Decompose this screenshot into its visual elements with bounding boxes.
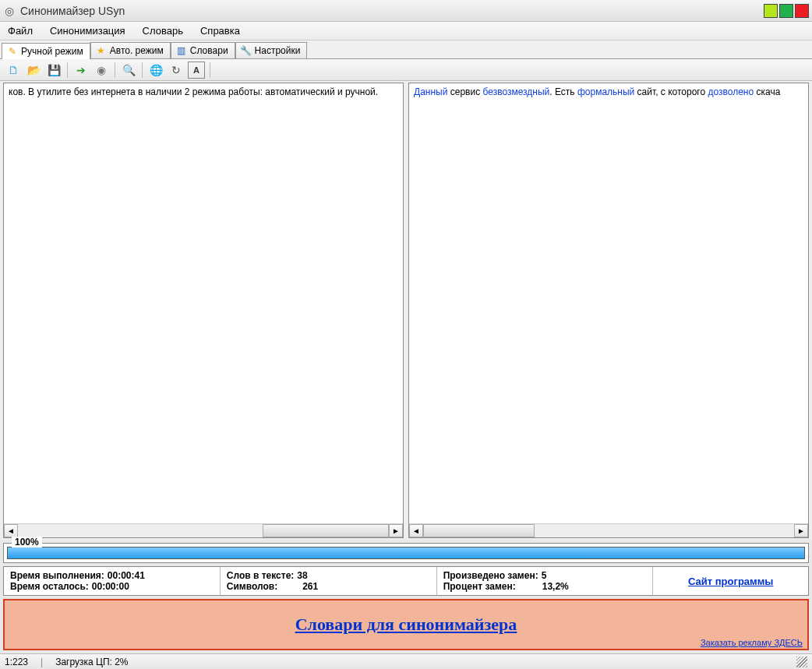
result-text-area[interactable]: Данный сервис безвозмездный. Есть формал…	[409, 83, 808, 523]
source-text-area[interactable]: ков. В утилите без интернета в наличии 2…	[4, 83, 403, 523]
stats-time: Время выполнения: 00:00:41 Время осталос…	[4, 567, 221, 595]
toolbar: 🗋 📂 💾 ➔ ◉ 🔍 🌐 ↻ A	[0, 59, 812, 81]
stats-replace: Произведено замен: 5 Процент замен: 13,2…	[437, 567, 654, 595]
progress-section: 100%	[3, 543, 809, 563]
toolbar-separator	[115, 62, 115, 78]
scroll-left-icon[interactable]: ◄	[409, 524, 423, 537]
left-hscrollbar[interactable]: ◄ ►	[4, 523, 403, 537]
titlebar: ◎ Синонимайзер USyn	[0, 0, 812, 22]
resize-grip[interactable]	[796, 657, 807, 667]
tab-label: Авто. режим	[110, 45, 164, 56]
minimize-button[interactable]	[764, 4, 778, 18]
banner-order-link[interactable]: Заказать рекламу ЗДЕСЬ	[701, 638, 803, 647]
toolbar-separator	[210, 62, 210, 78]
scroll-thumb[interactable]	[263, 524, 389, 537]
scroll-right-icon[interactable]: ►	[389, 524, 403, 537]
scroll-right-icon[interactable]: ►	[794, 524, 808, 537]
stats-link-cell: Сайт программы	[653, 567, 808, 595]
status-separator: |	[41, 657, 43, 667]
right-hscrollbar[interactable]: ◄ ►	[409, 523, 808, 537]
menu-file[interactable]: Файл	[5, 23, 36, 38]
editor-area: ков. В утилите без интернета в наличии 2…	[0, 81, 812, 540]
globe-button[interactable]: 🌐	[147, 62, 164, 79]
window-title: Синонимайзер USyn	[20, 5, 764, 17]
star-icon: ★	[96, 45, 107, 56]
menubar: Файл Синонимизация Словарь Справка	[0, 22, 812, 40]
percent-value: 13,2%	[542, 581, 569, 592]
menu-synonymization[interactable]: Синонимизация	[47, 23, 129, 38]
ad-banner: Словари для синонимайзера Заказать рекла…	[3, 599, 809, 650]
window-controls	[764, 4, 809, 18]
tab-manual-mode[interactable]: ✎ Ручной режим	[2, 43, 90, 59]
exec-time-value: 00:00:41	[108, 570, 145, 581]
stats-row: Время выполнения: 00:00:41 Время осталос…	[3, 566, 809, 596]
words-value: 38	[297, 570, 307, 581]
statusbar: 1:223 | Загрузка ЦП: 2%	[0, 653, 812, 669]
menu-dictionary[interactable]: Словарь	[139, 23, 186, 38]
scroll-track[interactable]	[423, 524, 794, 537]
chars-label: Символов:	[227, 581, 277, 592]
new-file-button[interactable]: 🗋	[5, 62, 22, 79]
replaced-value: 5	[542, 570, 547, 581]
app-icon: ◎	[3, 5, 16, 17]
toolbar-separator	[142, 62, 143, 78]
tab-settings[interactable]: 🔧 Настройки	[235, 42, 308, 58]
cpu-load: Загрузка ЦП: 2%	[55, 657, 128, 667]
exec-time-label: Время выполнения:	[10, 570, 104, 581]
tab-dictionaries[interactable]: ▥ Словари	[171, 42, 235, 58]
stop-button[interactable]: ◉	[93, 62, 110, 79]
wrench-icon: 🔧	[241, 45, 252, 56]
close-button[interactable]	[795, 4, 809, 18]
chars-value: 261	[302, 581, 318, 592]
font-button[interactable]: A	[188, 62, 205, 79]
scroll-track[interactable]	[18, 524, 389, 537]
toolbar-separator	[67, 62, 68, 78]
stats-words: Слов в тексте: 38 Символов: 261	[221, 567, 437, 595]
save-file-button[interactable]: 💾	[45, 62, 62, 79]
remain-value: 00:00:00	[92, 581, 129, 592]
replaced-label: Произведено замен:	[443, 570, 538, 581]
scroll-thumb[interactable]	[423, 524, 535, 537]
right-pane: Данный сервис безвозмездный. Есть формал…	[408, 83, 809, 538]
left-pane: ков. В утилите без интернета в наличии 2…	[3, 83, 404, 538]
cursor-position: 1:223	[5, 657, 28, 667]
search-button[interactable]: 🔍	[120, 62, 137, 79]
percent-label: Процент замен:	[443, 581, 516, 592]
banner-main-link[interactable]: Словари для синонимайзера	[295, 614, 517, 635]
remain-label: Время осталось:	[10, 581, 89, 592]
scroll-left-icon[interactable]: ◄	[4, 524, 18, 537]
maximize-button[interactable]	[779, 4, 793, 18]
tab-label: Словари	[190, 45, 228, 56]
progress-label: 100%	[12, 537, 42, 548]
menu-help[interactable]: Справка	[197, 23, 243, 38]
refresh-button[interactable]: ↻	[168, 62, 185, 79]
pencil-icon: ✎	[7, 46, 18, 57]
program-site-link[interactable]: Сайт программы	[688, 576, 773, 587]
progress-bar	[7, 547, 805, 559]
tabbar: ✎ Ручной режим ★ Авто. режим ▥ Словари 🔧…	[0, 40, 812, 59]
open-file-button[interactable]: 📂	[25, 62, 42, 79]
book-icon: ▥	[176, 45, 187, 56]
tab-auto-mode[interactable]: ★ Авто. режим	[90, 42, 171, 58]
run-button[interactable]: ➔	[72, 62, 90, 79]
tab-label: Ручной режим	[21, 46, 83, 57]
tab-label: Настройки	[255, 45, 301, 56]
words-label: Слов в тексте:	[227, 570, 295, 581]
